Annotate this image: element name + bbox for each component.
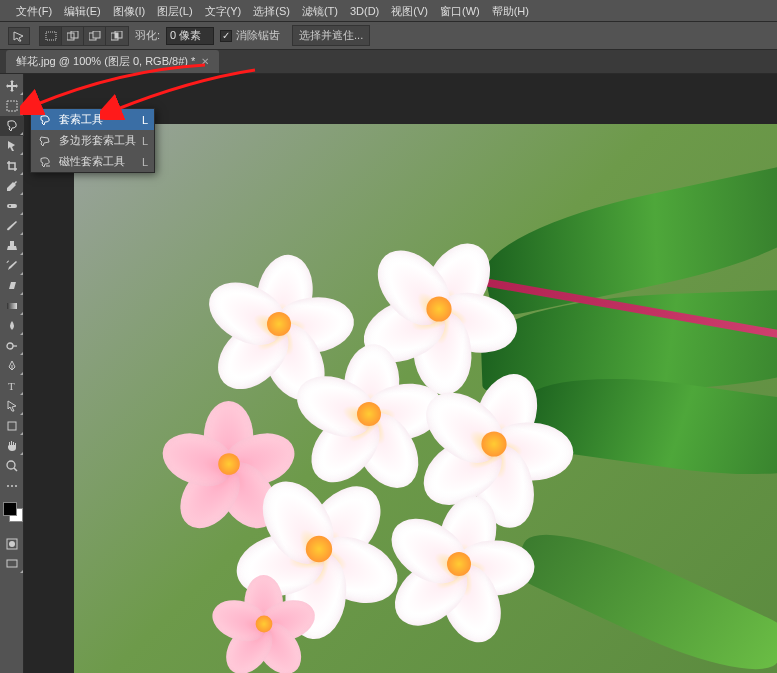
spot-heal-tool[interactable] xyxy=(0,196,24,216)
toolbox: T xyxy=(0,74,24,673)
blur-tool[interactable] xyxy=(0,316,24,336)
history-brush-tool[interactable] xyxy=(0,256,24,276)
quick-mask-toggle[interactable] xyxy=(0,534,24,554)
svg-point-19 xyxy=(7,485,9,487)
eraser-tool[interactable] xyxy=(0,276,24,296)
svg-rect-8 xyxy=(7,101,17,111)
svg-rect-12 xyxy=(7,303,17,309)
menu-view[interactable]: 视图(V) xyxy=(385,0,434,22)
hand-tool[interactable] xyxy=(0,436,24,456)
stamp-tool[interactable] xyxy=(0,236,24,256)
svg-line-18 xyxy=(14,468,17,471)
svg-point-17 xyxy=(7,461,15,469)
menu-select[interactable]: 选择(S) xyxy=(247,0,296,22)
flyout-shortcut: L xyxy=(142,135,148,147)
quick-select-tool[interactable] xyxy=(0,136,24,156)
mode-new-selection[interactable] xyxy=(40,27,62,45)
current-tool-indicator[interactable] xyxy=(8,27,30,45)
svg-rect-24 xyxy=(7,560,17,567)
svg-rect-0 xyxy=(46,32,56,40)
options-bar: 羽化: ✓ 消除锯齿 选择并遮住... xyxy=(0,22,777,50)
annotation-arrow xyxy=(100,65,260,120)
menu-help[interactable]: 帮助(H) xyxy=(486,0,535,22)
antialias-checkbox-icon: ✓ xyxy=(220,30,232,42)
feather-label: 羽化: xyxy=(135,28,160,43)
antialias-label: 消除锯齿 xyxy=(236,28,280,43)
pen-tool[interactable] xyxy=(0,356,24,376)
color-swatches[interactable] xyxy=(0,500,24,528)
menu-filter[interactable]: 滤镜(T) xyxy=(296,0,344,22)
svg-point-21 xyxy=(15,485,17,487)
dodge-tool[interactable] xyxy=(0,336,24,356)
svg-rect-7 xyxy=(115,33,118,38)
lasso-tool[interactable] xyxy=(0,116,24,136)
flyout-label: 多边形套索工具 xyxy=(59,133,136,148)
svg-rect-4 xyxy=(93,31,100,38)
menu-window[interactable]: 窗口(W) xyxy=(434,0,486,22)
mode-subtract-selection[interactable] xyxy=(84,27,106,45)
flyout-item-magnetic-lasso[interactable]: 磁性套索工具 L xyxy=(31,151,154,172)
gradient-tool[interactable] xyxy=(0,296,24,316)
flyout-item-polygonal-lasso[interactable]: 多边形套索工具 L xyxy=(31,130,154,151)
svg-rect-16 xyxy=(8,422,16,430)
polygonal-lasso-icon xyxy=(37,134,53,148)
flyout-label: 磁性套索工具 xyxy=(59,154,125,169)
eyedropper-tool[interactable] xyxy=(0,176,24,196)
svg-point-13 xyxy=(7,343,13,349)
mode-add-selection[interactable] xyxy=(62,27,84,45)
selection-mode-group xyxy=(39,26,129,46)
document-image xyxy=(74,124,777,673)
mode-intersect-selection[interactable] xyxy=(106,27,128,45)
select-and-mask-button[interactable]: 选择并遮住... xyxy=(292,25,370,46)
svg-rect-9 xyxy=(7,204,17,208)
flower-cluster-graphic xyxy=(154,224,574,644)
svg-point-20 xyxy=(11,485,13,487)
edit-toolbar[interactable] xyxy=(0,476,24,496)
menu-file[interactable]: 文件(F) xyxy=(10,0,58,22)
brush-tool[interactable] xyxy=(0,216,24,236)
shape-tool[interactable] xyxy=(0,416,24,436)
menu-bar: 文件(F) 编辑(E) 图像(I) 图层(L) 文字(Y) 选择(S) 滤镜(T… xyxy=(0,0,777,22)
menu-3d[interactable]: 3D(D) xyxy=(344,0,385,22)
crop-tool[interactable] xyxy=(0,156,24,176)
text-tool[interactable]: T xyxy=(0,376,24,396)
antialias-option[interactable]: ✓ 消除锯齿 xyxy=(220,28,280,43)
svg-point-23 xyxy=(9,541,15,547)
menu-layer[interactable]: 图层(L) xyxy=(151,0,198,22)
path-select-tool[interactable] xyxy=(0,396,24,416)
menu-edit[interactable]: 编辑(E) xyxy=(58,0,107,22)
zoom-tool[interactable] xyxy=(0,456,24,476)
menu-image[interactable]: 图像(I) xyxy=(107,0,151,22)
menu-type[interactable]: 文字(Y) xyxy=(199,0,248,22)
svg-rect-11 xyxy=(10,241,14,246)
foreground-color-swatch[interactable] xyxy=(3,502,17,516)
magnetic-lasso-icon xyxy=(37,155,53,169)
svg-point-10 xyxy=(9,205,11,207)
flyout-shortcut: L xyxy=(142,156,148,168)
svg-text:T: T xyxy=(8,380,15,392)
feather-input[interactable] xyxy=(166,27,214,45)
screen-mode-toggle[interactable] xyxy=(0,554,24,574)
